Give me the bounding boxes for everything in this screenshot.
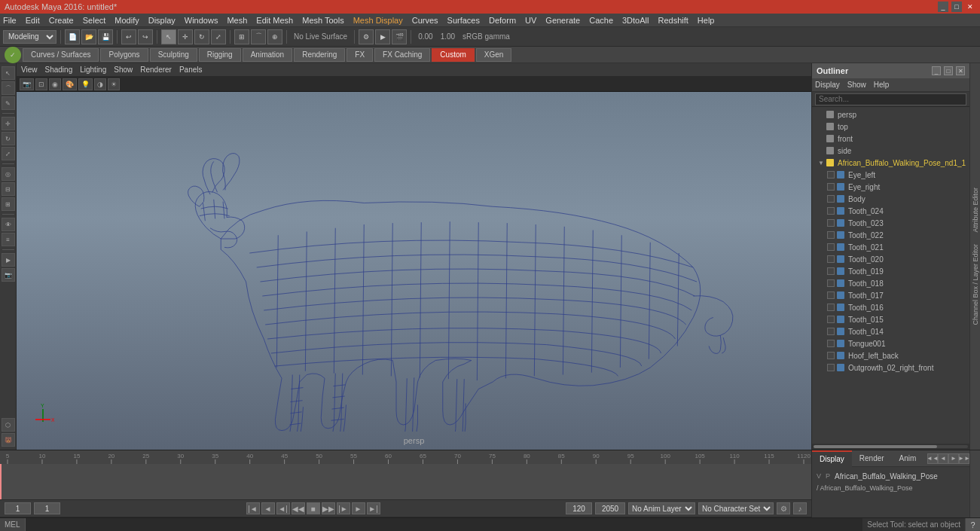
next-key-button[interactable]: |► (337, 502, 350, 514)
maximize-button[interactable]: □ (951, 2, 962, 12)
tab-polygons[interactable]: Polygons (100, 48, 148, 62)
ipr-button[interactable]: 🎬 (392, 29, 407, 44)
visibility-checkbox[interactable] (827, 291, 835, 299)
outliner-list[interactable]: persp top front (812, 107, 969, 444)
ch-forward-button[interactable]: ► (948, 453, 959, 464)
viewport-menu-panels[interactable]: Panels (179, 66, 203, 74)
outliner-item-tooth015[interactable]: Tooth_015 (812, 313, 969, 325)
select-mode-button[interactable]: ↖ (2, 66, 15, 80)
menu-surfaces[interactable]: Surfaces (447, 16, 480, 25)
go-end-button[interactable]: ►| (367, 502, 380, 514)
outliner-item-outgrowth[interactable]: Outgrowth_02_right_front (812, 362, 969, 374)
tab-xgen[interactable]: XGen (476, 48, 512, 62)
menu-3dtoall[interactable]: 3DtoAll (622, 16, 649, 25)
visibility-checkbox[interactable] (827, 316, 835, 323)
ch-prev-button[interactable]: ◄◄ (927, 453, 938, 464)
outliner-search[interactable] (815, 93, 966, 105)
visibility-checkbox[interactable] (827, 352, 835, 359)
outliner-item-tooth023[interactable]: Tooth_023 (812, 217, 969, 229)
outliner-minimize[interactable]: _ (932, 66, 941, 75)
outliner-item-side[interactable]: side (812, 145, 969, 157)
visibility-checkbox[interactable] (827, 328, 835, 335)
play-forward-button[interactable]: ▶▶ (322, 502, 335, 514)
ch-next-button[interactable]: ►► (959, 453, 969, 464)
colorspace-display[interactable]: sRGB gamma (459, 32, 513, 41)
sound-button[interactable]: ♪ (793, 502, 807, 514)
tab-rendering[interactable]: Rendering (294, 48, 345, 62)
go-start-button[interactable]: |◄ (246, 502, 260, 514)
soft-select-button[interactable]: ◎ (2, 167, 15, 181)
vp-texture-button[interactable]: 🎨 (63, 78, 77, 90)
char-set-select[interactable]: No Character Set (698, 502, 774, 514)
menu-edit-mesh[interactable]: Edit Mesh (256, 16, 293, 25)
visibility-checkbox[interactable] (827, 207, 835, 215)
outliner-item-tongue[interactable]: Tongue001 (812, 337, 969, 349)
tab-curves-surfaces[interactable]: Curves / Surfaces (23, 48, 99, 62)
viewport-menu-renderer[interactable]: Renderer (140, 66, 172, 74)
play-back-button[interactable]: ◀◀ (292, 502, 305, 514)
visibility-checkbox[interactable] (827, 219, 835, 227)
viewport-menu-shading[interactable]: Shading (45, 66, 73, 74)
outliner-item-tooth022[interactable]: Tooth_022 (812, 229, 969, 241)
stop-button[interactable]: ■ (307, 502, 320, 514)
channel-box-label[interactable]: Channel Box / Layer Editor (972, 241, 979, 328)
tab-animation[interactable]: Animation (243, 48, 292, 62)
menu-mesh[interactable]: Mesh (227, 16, 247, 25)
mel-input[interactable] (26, 518, 863, 531)
outliner-item-tooth014[interactable]: Tooth_014 (812, 325, 969, 337)
current-frame-input[interactable] (5, 502, 31, 514)
help-icon[interactable]: ? (965, 518, 980, 532)
outliner-item-persp[interactable]: persp (812, 108, 969, 121)
visibility-checkbox[interactable] (827, 231, 835, 239)
viewport-menu-show[interactable]: Show (114, 66, 133, 74)
maya-icon-bottom[interactable]: 🐻 (2, 433, 15, 447)
new-scene-button[interactable]: 📄 (65, 29, 80, 44)
scale-left-button[interactable]: ⤢ (2, 147, 15, 160)
outliner-close[interactable]: ✕ (956, 66, 965, 75)
outliner-item-hoof-left-back[interactable]: Hoof_left_back (812, 349, 969, 362)
attribute-editor-tab[interactable]: Attribute Editor Channel Box / Layer Edi… (969, 63, 980, 450)
viewport-canvas[interactable]: X Y persp (17, 92, 811, 450)
outliner-item-tooth024[interactable]: Tooth_024 (812, 205, 969, 217)
visibility-checkbox[interactable] (827, 304, 835, 311)
tab-custom[interactable]: Custom (432, 48, 474, 62)
outliner-item-eye-right[interactable]: Eye_right (812, 181, 969, 193)
mode-selector[interactable]: Modeling Rigging Animation (3, 30, 56, 44)
channel-display-tab[interactable]: Display (812, 450, 852, 467)
ch-back-button[interactable]: ◄ (938, 453, 948, 464)
menu-redshift[interactable]: Redshift (658, 16, 688, 25)
rotate-left-button[interactable]: ↻ (2, 132, 15, 145)
vp-wireframe-button[interactable]: ⊡ (35, 78, 47, 90)
select-tool-button[interactable]: ↖ (161, 29, 176, 44)
camera-button[interactable]: 📷 (2, 268, 15, 282)
channel-anim-tab[interactable]: Anim (892, 450, 924, 467)
timeline-frames[interactable] (0, 464, 811, 499)
outliner-menu-display[interactable]: Display (815, 81, 840, 89)
outliner-item-main-group[interactable]: ▼ African_Buffalo_Walking_Pose_nd1_1 (812, 157, 969, 169)
vp-ambient-button[interactable]: ☀ (108, 78, 120, 90)
menu-file[interactable]: File (3, 16, 17, 25)
menu-modify[interactable]: Modify (114, 16, 139, 25)
render-region-button[interactable]: ▶ (2, 253, 15, 267)
channel-render-tab[interactable]: Render (852, 450, 892, 467)
outliner-menu-help[interactable]: Help (874, 81, 890, 89)
display-layer-button[interactable]: ≡ (2, 233, 15, 246)
visibility-checkbox[interactable] (827, 255, 835, 263)
move-tool-button[interactable]: ✛ (178, 29, 193, 44)
prev-key-button[interactable]: ◄| (276, 502, 290, 514)
outliner-maximize[interactable]: □ (944, 66, 953, 75)
snap-curve-button[interactable]: ⌒ (251, 29, 266, 44)
menu-windows[interactable]: Windows (185, 16, 218, 25)
visibility-checkbox[interactable] (827, 243, 835, 251)
menu-generate[interactable]: Generate (545, 16, 580, 25)
anim-settings-button[interactable]: ⚙ (777, 502, 790, 514)
menu-edit[interactable]: Edit (26, 16, 40, 25)
attribute-editor-label[interactable]: Attribute Editor (972, 185, 979, 236)
tab-sculpting[interactable]: Sculpting (150, 48, 197, 62)
tab-rigging[interactable]: Rigging (199, 48, 241, 62)
menu-display[interactable]: Display (148, 16, 176, 25)
outliner-item-tooth020[interactable]: Tooth_020 (812, 253, 969, 265)
render-settings-button[interactable]: ⚙ (359, 29, 374, 44)
vp-smooth-button[interactable]: ◉ (49, 78, 61, 90)
timeline-scrubber[interactable] (0, 464, 2, 499)
